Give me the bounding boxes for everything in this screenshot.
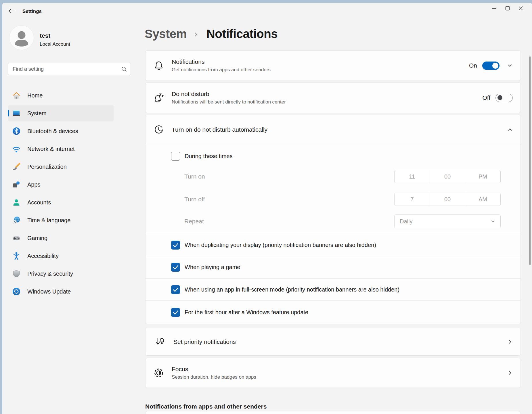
- do-not-disturb-card: Do not disturb Notifications will be sen…: [145, 83, 521, 113]
- card-title: Do not disturb: [172, 91, 286, 97]
- turn-off-label: Turn off: [184, 193, 205, 206]
- next-card-partial: [145, 411, 521, 414]
- paintbrush-icon: [12, 162, 21, 171]
- maximize-button[interactable]: [501, 3, 514, 13]
- sidebar-item-home[interactable]: Home: [8, 87, 114, 103]
- sidebar-item-personalization[interactable]: Personalization: [8, 159, 114, 175]
- settings-window: Settings test Local Account Find a sett: [2, 3, 532, 414]
- sidebar-item-network-internet[interactable]: Network & internet: [8, 141, 114, 157]
- minute-field[interactable]: 00: [430, 170, 465, 183]
- system-icon: [12, 109, 21, 118]
- repeat-dropdown[interactable]: Daily: [394, 214, 501, 228]
- toggle-state-label: On: [469, 62, 477, 69]
- during-these-times-row: During these times: [171, 150, 233, 162]
- toggle-knob: [497, 95, 502, 100]
- apps-icon: [12, 180, 21, 189]
- back-arrow-icon: [8, 7, 15, 14]
- sidebar-nav: Home System: [8, 87, 114, 300]
- person-icon: [9, 26, 34, 50]
- divider: [146, 144, 520, 144]
- search-icon: [121, 66, 127, 72]
- page-title: Notifications: [206, 27, 278, 41]
- minimize-icon: [492, 6, 497, 11]
- notifications-toggle[interactable]: [482, 62, 500, 70]
- sidebar-item-time-language[interactable]: Time & language: [8, 212, 114, 228]
- gamepad-icon: [12, 234, 21, 242]
- sidebar-item-apps[interactable]: Apps: [8, 177, 114, 193]
- back-button[interactable]: [6, 6, 17, 16]
- sidebar-item-gaming[interactable]: Gaming: [8, 230, 114, 246]
- fullscreen-app-checkbox[interactable]: [171, 285, 180, 294]
- dnd-automatic-header[interactable]: Turn on do not disturb automatically: [146, 115, 520, 144]
- maximize-icon: [505, 6, 510, 11]
- home-icon: [12, 91, 21, 100]
- sidebar-item-accounts[interactable]: Accounts: [8, 194, 114, 210]
- accounts-icon: [12, 198, 21, 207]
- divider: [146, 256, 520, 256]
- sidebar-item-bluetooth-devices[interactable]: Bluetooth & devices: [8, 123, 114, 139]
- condition-row: For the first hour after a Windows featu…: [171, 306, 308, 318]
- breadcrumb-system[interactable]: System: [145, 27, 187, 41]
- close-icon: [518, 6, 523, 11]
- condition-row: When playing a game: [171, 261, 240, 273]
- chevron-down-icon: [490, 218, 496, 224]
- condition-row: When duplicating your display (priority …: [171, 239, 376, 251]
- check-icon: [171, 263, 180, 272]
- sidebar-item-privacy-security[interactable]: Privacy & security: [8, 266, 114, 282]
- dnd-automatic-card: Turn on do not disturb automatically Dur…: [145, 115, 521, 324]
- bell-snooze-icon: [154, 93, 164, 103]
- focus-card[interactable]: Focus Session duration, hide badges on a…: [145, 358, 521, 388]
- card-title: Notifications: [172, 58, 271, 65]
- do-not-disturb-toggle[interactable]: [495, 94, 513, 102]
- checkbox-label: For the first hour after a Windows featu…: [185, 309, 308, 316]
- sync-icon: [12, 287, 21, 296]
- breadcrumb-chevron-icon: [194, 32, 199, 37]
- turn-off-time-picker[interactable]: 7 00 AM: [394, 193, 501, 206]
- hour-field[interactable]: 11: [395, 170, 430, 183]
- duplicating-display-checkbox[interactable]: [171, 241, 180, 250]
- card-subtitle: Notifications will be sent directly to n…: [172, 99, 286, 105]
- notifications-card: Notifications Get notifications from app…: [145, 50, 521, 81]
- clock-arrow-icon: [154, 124, 164, 135]
- shield-icon: [12, 269, 21, 278]
- search-input[interactable]: Find a setting: [8, 63, 131, 75]
- repeat-value: Daily: [400, 218, 412, 225]
- during-these-times-checkbox[interactable]: [171, 152, 180, 161]
- card-subtitle: Session duration, hide badges on apps: [172, 374, 256, 380]
- minute-field[interactable]: 00: [430, 193, 465, 206]
- bluetooth-icon: [12, 127, 21, 135]
- priority-notifications-card[interactable]: Set priority notifications: [145, 328, 521, 356]
- chevron-down-icon[interactable]: [507, 63, 513, 68]
- checkbox-label: When duplicating your display (priority …: [185, 242, 376, 248]
- hour-field[interactable]: 7: [395, 193, 430, 206]
- app-title: Settings: [22, 9, 42, 14]
- breadcrumb: System Notifications: [145, 26, 278, 42]
- toggle-knob: [492, 63, 498, 69]
- check-icon: [171, 241, 180, 250]
- condition-row: When using an app in full-screen mode (p…: [171, 284, 399, 295]
- playing-game-checkbox[interactable]: [171, 263, 180, 272]
- minimize-button[interactable]: [488, 3, 501, 13]
- checkbox-label: During these times: [185, 153, 233, 160]
- sidebar-item-windows-update[interactable]: Windows Update: [8, 283, 114, 300]
- period-field[interactable]: AM: [465, 193, 500, 206]
- sidebar-item-system[interactable]: System: [8, 105, 114, 121]
- turn-on-time-picker[interactable]: 11 00 PM: [394, 170, 501, 183]
- sidebar-item-accessibility[interactable]: Accessibility: [8, 248, 114, 264]
- divider: [146, 278, 520, 279]
- period-field[interactable]: PM: [465, 170, 500, 183]
- vertical-scrollbar-thumb[interactable]: [529, 56, 531, 265]
- check-icon: [171, 308, 180, 317]
- priority-notifications-icon: [155, 337, 165, 347]
- chevron-up-icon[interactable]: [507, 127, 513, 133]
- search-placeholder: Find a setting: [13, 66, 121, 72]
- checkbox-label: When playing a game: [185, 264, 240, 271]
- account-name: test: [40, 32, 50, 39]
- globe-clock-icon: [12, 216, 21, 225]
- card-title: Turn on do not disturb automatically: [172, 126, 267, 133]
- close-button[interactable]: [514, 3, 527, 13]
- section-heading: Notifications from apps and other sender…: [145, 403, 267, 410]
- repeat-label: Repeat: [184, 214, 204, 228]
- first-hour-after-update-checkbox[interactable]: [171, 308, 180, 317]
- wifi-icon: [12, 145, 21, 153]
